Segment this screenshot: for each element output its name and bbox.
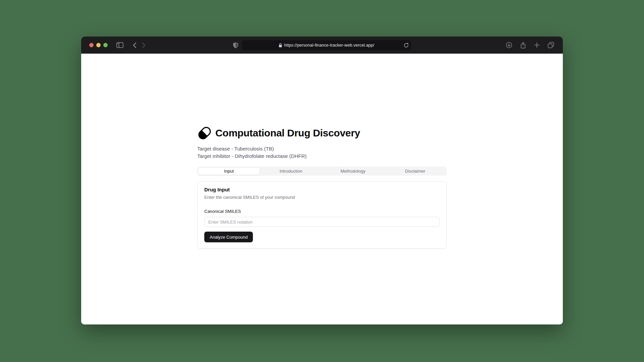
card-description: Enter the canonical SMILES of your compo… — [204, 195, 440, 200]
sidebar-toggle-button[interactable] — [116, 42, 123, 48]
lock-icon — [278, 43, 282, 48]
privacy-shield-icon — [233, 42, 238, 48]
close-window-button[interactable] — [89, 43, 94, 47]
tab-introduction[interactable]: Introduction — [260, 167, 322, 175]
tab-methodology[interactable]: Methodology — [322, 167, 384, 175]
browser-toolbar: https://personal-finance-tracker-web.ver… — [81, 37, 563, 54]
address-bar-group: https://personal-finance-tracker-web.ver… — [233, 40, 411, 50]
target-disease-line: Target disease - Tuberculosis (TB) — [197, 145, 447, 153]
minimize-window-button[interactable] — [96, 43, 101, 47]
tabs-overview-icon — [548, 42, 554, 48]
target-info: Target disease - Tuberculosis (TB) Targe… — [197, 145, 447, 160]
plus-icon — [534, 42, 540, 48]
title-row: Computational Drug Discovery — [197, 126, 447, 140]
smiles-input[interactable] — [204, 217, 440, 227]
reload-button[interactable] — [404, 43, 409, 48]
download-icon — [506, 42, 512, 48]
url-display: https://personal-finance-tracker-web.ver… — [278, 43, 374, 48]
web-page: Computational Drug Discovery Target dise… — [81, 54, 563, 324]
tab-overview-button[interactable] — [548, 42, 554, 48]
chevron-right-icon — [142, 42, 146, 48]
tab-input[interactable]: Input — [198, 167, 260, 175]
tab-list: Input Introduction Methodology Disclaime… — [197, 167, 447, 176]
share-button[interactable] — [520, 42, 526, 49]
forward-button[interactable] — [142, 42, 146, 48]
downloads-button[interactable] — [506, 42, 512, 48]
card-heading: Drug Input — [204, 187, 440, 193]
page-title: Computational Drug Discovery — [215, 127, 360, 139]
analyze-compound-button[interactable]: Analyze Compound — [204, 232, 253, 242]
target-inhibitor-line: Target inhibitor - Dihydrofolate reducta… — [197, 153, 447, 160]
browser-window: https://personal-finance-tracker-web.ver… — [81, 37, 563, 324]
toolbar-right-actions — [506, 42, 554, 49]
desktop-backdrop: { "browser": { "url": "https://personal-… — [0, 0, 644, 362]
new-tab-button[interactable] — [534, 42, 540, 48]
address-bar[interactable]: https://personal-finance-tracker-web.ver… — [242, 40, 411, 50]
pill-icon — [197, 126, 212, 140]
chevron-left-icon — [133, 42, 137, 48]
back-button[interactable] — [133, 42, 137, 48]
drug-input-card: Drug Input Enter the canonical SMILES of… — [197, 181, 447, 249]
traffic-lights — [89, 43, 108, 47]
sidebar-icon — [116, 42, 123, 48]
share-icon — [520, 42, 526, 49]
tab-disclaimer[interactable]: Disclaimer — [384, 167, 446, 175]
main-content: Computational Drug Discovery Target dise… — [197, 54, 447, 249]
smiles-field-label: Canonical SMILES — [204, 209, 440, 214]
privacy-report-button[interactable] — [233, 42, 238, 48]
url-text: https://personal-finance-tracker-web.ver… — [284, 43, 374, 48]
reload-icon — [404, 43, 409, 48]
zoom-window-button[interactable] — [103, 43, 108, 47]
